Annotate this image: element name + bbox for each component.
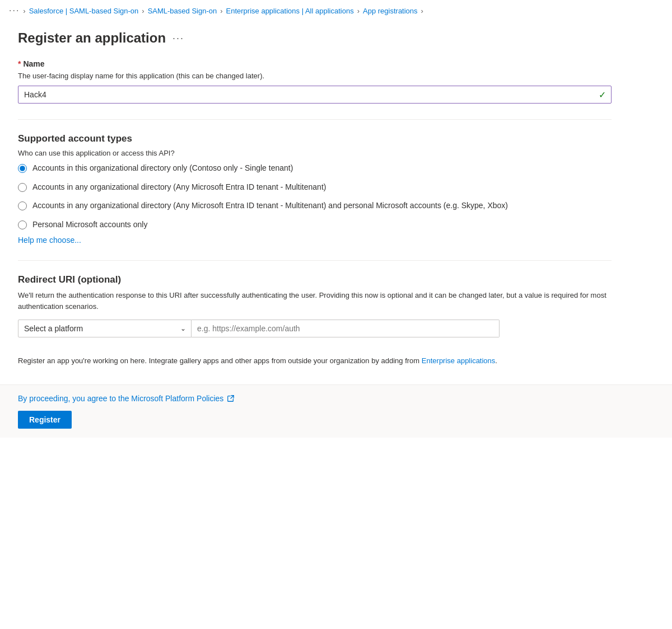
radio-multitenant-personal[interactable] — [18, 201, 27, 210]
name-description: The user-facing display name for this ap… — [18, 72, 654, 80]
breadcrumb-item-enterprise[interactable]: Enterprise applications | All applicatio… — [226, 7, 354, 15]
radio-personal-only[interactable] — [18, 220, 27, 229]
external-link-icon — [227, 395, 235, 402]
breadcrumb-sep-2: › — [220, 7, 222, 15]
required-star: * — [18, 59, 21, 68]
check-icon: ✓ — [599, 90, 606, 100]
redirect-uri-heading: Redirect URI (optional) — [18, 274, 654, 285]
breadcrumb: ··· › Salesforce | SAML-based Sign-on › … — [0, 0, 672, 21]
info-text-before: Register an app you're working on here. … — [18, 356, 419, 365]
policy-link[interactable]: By proceeding, you agree to the Microsof… — [18, 394, 654, 403]
platform-select-wrapper: Select a platform ⌄ — [18, 320, 192, 337]
radio-single-tenant[interactable] — [18, 164, 27, 173]
breadcrumb-dots: ··· — [9, 6, 20, 16]
breadcrumb-sep-3: › — [357, 7, 360, 15]
account-type-radio-group: Accounts in this organizational director… — [18, 163, 654, 230]
divider-2 — [18, 260, 612, 261]
name-input[interactable] — [18, 86, 612, 104]
name-input-wrapper: ✓ — [18, 86, 612, 104]
radio-label-multitenant-personal: Accounts in any organizational directory… — [32, 200, 508, 212]
page-title-more-options[interactable]: ··· — [172, 32, 184, 44]
breadcrumb-item-salesforce[interactable]: Salesforce | SAML-based Sign-on — [29, 7, 139, 15]
radio-multitenant[interactable] — [18, 183, 27, 192]
help-me-choose-link[interactable]: Help me choose... — [18, 236, 81, 245]
footer: By proceeding, you agree to the Microsof… — [0, 384, 672, 438]
radio-label-multitenant: Accounts in any organizational directory… — [32, 182, 326, 193]
radio-item-single-tenant[interactable]: Accounts in this organizational director… — [18, 163, 654, 174]
radio-label-single-tenant: Accounts in this organizational director… — [32, 163, 293, 174]
redirect-uri-description: We'll return the authentication response… — [18, 290, 612, 312]
breadcrumb-item-saml[interactable]: SAML-based Sign-on — [148, 7, 217, 15]
breadcrumb-sep-0: › — [23, 7, 25, 15]
info-text: Register an app you're working on here. … — [18, 355, 612, 367]
radio-label-personal-only: Personal Microsoft accounts only — [32, 219, 147, 231]
radio-item-multitenant[interactable]: Accounts in any organizational directory… — [18, 182, 654, 193]
platform-select[interactable]: Select a platform — [18, 320, 192, 337]
account-types-question: Who can use this application or access t… — [18, 149, 654, 157]
radio-item-multitenant-personal[interactable]: Accounts in any organizational directory… — [18, 200, 654, 212]
name-label: *Name — [18, 59, 654, 68]
breadcrumb-sep-1: › — [142, 7, 144, 15]
divider-1 — [18, 119, 612, 120]
redirect-uri-section: Redirect URI (optional) We'll return the… — [18, 274, 654, 337]
register-button[interactable]: Register — [18, 411, 72, 429]
account-types-heading: Supported account types — [18, 133, 654, 144]
info-text-after: . — [495, 356, 497, 365]
name-section: *Name The user-facing display name for t… — [18, 59, 654, 104]
redirect-uri-row: Select a platform ⌄ — [18, 320, 500, 337]
breadcrumb-item-appregistrations[interactable]: App registrations — [363, 7, 418, 15]
breadcrumb-sep-4: › — [421, 7, 423, 15]
policy-link-text: By proceeding, you agree to the Microsof… — [18, 394, 223, 403]
account-types-section: Supported account types Who can use this… — [18, 133, 654, 245]
enterprise-applications-link[interactable]: Enterprise applications — [422, 356, 496, 365]
page-title: Register an application — [18, 30, 166, 46]
redirect-uri-input[interactable] — [192, 320, 500, 337]
radio-item-personal-only[interactable]: Personal Microsoft accounts only — [18, 219, 654, 231]
